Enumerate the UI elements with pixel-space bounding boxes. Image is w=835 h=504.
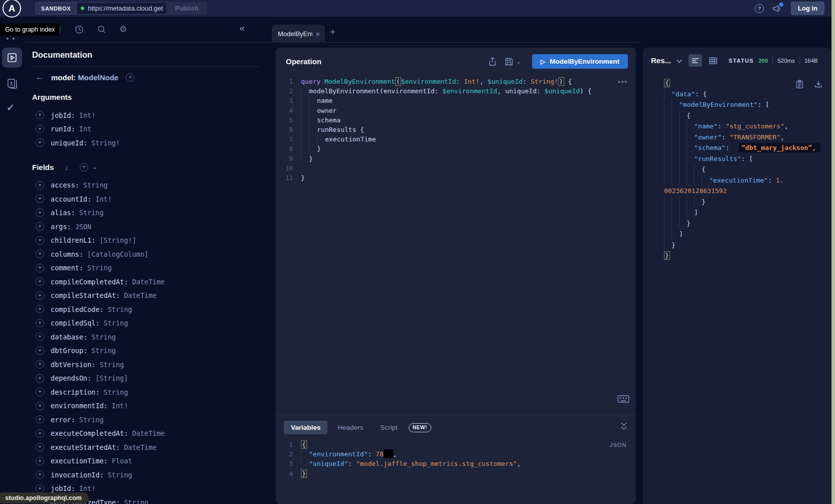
- add-field-icon[interactable]: +: [36, 388, 44, 396]
- doc-field-row[interactable]: +compiledCode:String: [32, 302, 259, 316]
- add-field-icon[interactable]: +: [36, 209, 44, 217]
- add-field-icon[interactable]: +: [36, 236, 44, 245]
- doc-field-row[interactable]: +compiledSql:String: [32, 316, 259, 330]
- operation-options-icon[interactable]: •••: [618, 78, 628, 85]
- doc-field-row[interactable]: +columns:[CatalogColumn]: [32, 247, 259, 261]
- run-operation-button[interactable]: ▷ ModelByEnvironment: [532, 54, 628, 69]
- code-line[interactable]: 3"uniqueId": "model.jaffle_shop_metrics.…: [276, 459, 636, 468]
- code-line[interactable]: 7executionTime: [276, 134, 636, 144]
- doc-field-row[interactable]: +dbtVersion:String: [32, 358, 259, 372]
- code-line[interactable]: 5schema: [276, 115, 636, 125]
- doc-field-row[interactable]: +dependsOn:[String]: [32, 372, 259, 386]
- add-field-icon[interactable]: +: [36, 250, 44, 258]
- code-line[interactable]: 11}: [276, 173, 636, 183]
- add-field-icon[interactable]: +: [36, 111, 44, 119]
- schema-nav-button[interactable]: [7, 78, 18, 91]
- copy-response-icon[interactable]: [796, 80, 803, 89]
- history-icon[interactable]: [74, 25, 84, 34]
- collapse-panel-icon[interactable]: «: [239, 23, 245, 34]
- doc-field-row[interactable]: +dbtGroup:String: [32, 344, 259, 358]
- code-line[interactable]: 1{: [276, 440, 636, 449]
- code-line[interactable]: 0023620128631592: [664, 186, 831, 197]
- code-line[interactable]: ]: [664, 207, 831, 218]
- settings-gear-icon[interactable]: ⚙: [119, 24, 127, 35]
- variables-editor[interactable]: 1{2"environmentId": 78,3"uniqueId": "mod…: [276, 440, 636, 478]
- endpoint-url[interactable]: https://metadata.cloud.get: [88, 5, 167, 12]
- add-field-icon[interactable]: +: [36, 125, 44, 133]
- doc-field-row[interactable]: +executeStartedAt:DateTime: [32, 440, 259, 454]
- add-field-icon[interactable]: +: [36, 360, 44, 369]
- code-line[interactable]: 6runResults {: [276, 125, 636, 134]
- explorer-nav-button[interactable]: [2, 48, 22, 68]
- login-button[interactable]: Log in: [791, 2, 824, 15]
- code-line[interactable]: 2modelByEnvironment(environmentId: $envi…: [276, 86, 636, 96]
- code-line[interactable]: 2"environmentId": 78,: [276, 449, 636, 459]
- add-field-icon[interactable]: +: [36, 181, 44, 190]
- code-line[interactable]: "name": "stg_customers",: [664, 121, 831, 132]
- add-field-icon[interactable]: +: [36, 415, 44, 424]
- doc-field-row[interactable]: +executionTime:Float: [32, 454, 259, 468]
- doc-field-row[interactable]: +childrenL1:[String!]: [32, 234, 259, 248]
- new-tab-button[interactable]: +: [330, 27, 336, 38]
- add-field-icon[interactable]: +: [36, 402, 44, 410]
- code-line[interactable]: 4}: [276, 469, 636, 478]
- checks-nav-button[interactable]: ✓: [7, 102, 15, 113]
- code-line[interactable]: 8}: [276, 144, 636, 153]
- download-response-icon[interactable]: [814, 80, 822, 88]
- code-line[interactable]: "runResults": [: [664, 153, 831, 164]
- sort-fields-icon[interactable]: ↓: [65, 163, 69, 172]
- operation-tab[interactable]: ModelByEnvi... ×: [272, 25, 325, 43]
- add-all-fields-icon[interactable]: +: [80, 163, 88, 172]
- add-field-icon[interactable]: +: [36, 484, 44, 493]
- code-line[interactable]: 3name: [276, 96, 636, 105]
- response-title[interactable]: Res...: [651, 56, 671, 65]
- add-type-icon[interactable]: +: [126, 73, 134, 82]
- code-line[interactable]: "executionTime": 1.: [664, 175, 831, 186]
- add-field-icon[interactable]: +: [36, 291, 44, 300]
- doc-field-row[interactable]: +compileCompletedAt:DateTime: [32, 275, 259, 289]
- save-icon[interactable]: [505, 57, 514, 66]
- add-field-icon[interactable]: +: [36, 222, 44, 231]
- add-field-icon[interactable]: +: [36, 138, 44, 147]
- save-dropdown-chevron-icon[interactable]: ⌄: [516, 58, 521, 65]
- doc-field-row[interactable]: +access:String: [32, 179, 259, 193]
- doc-field-row[interactable]: +compileStartedAt:DateTime: [32, 289, 259, 303]
- tab-script[interactable]: Script: [373, 421, 405, 434]
- add-field-icon[interactable]: +: [36, 319, 44, 327]
- keyboard-shortcuts-icon[interactable]: [617, 395, 629, 403]
- doc-field-row[interactable]: +accountId:Int!: [32, 192, 259, 206]
- help-icon[interactable]: ?: [755, 4, 764, 13]
- add-field-icon[interactable]: +: [36, 470, 44, 479]
- close-tab-icon[interactable]: ×: [315, 30, 320, 38]
- code-line[interactable]: 1query ModelByEnvironment($environmentId…: [276, 77, 636, 86]
- response-dropdown-chevron-icon[interactable]: [676, 59, 683, 63]
- add-field-icon[interactable]: +: [36, 429, 44, 438]
- code-line[interactable]: }: [664, 240, 831, 251]
- code-line[interactable]: 10: [276, 163, 636, 173]
- code-line[interactable]: 4owner: [276, 106, 636, 115]
- add-fields-chevron-icon[interactable]: ⌄: [92, 163, 97, 171]
- add-field-icon[interactable]: +: [36, 195, 44, 203]
- doc-field-row[interactable]: +executeCompletedAt:DateTime: [32, 427, 259, 441]
- collapse-variables-icon[interactable]: [620, 422, 628, 430]
- code-line[interactable]: 9}: [276, 154, 636, 163]
- doc-field-row[interactable]: +args:JSON: [32, 220, 259, 234]
- code-line[interactable]: "owner": "TRANSFORMER",: [664, 132, 831, 143]
- code-line[interactable]: ]: [664, 229, 831, 240]
- add-field-icon[interactable]: +: [36, 443, 44, 451]
- add-field-icon[interactable]: +: [36, 332, 44, 341]
- table-view-toggle[interactable]: [706, 54, 720, 67]
- code-line[interactable]: {: [664, 110, 831, 121]
- back-arrow-icon[interactable]: ←: [36, 73, 44, 82]
- add-field-icon[interactable]: +: [36, 374, 44, 383]
- doc-field-row[interactable]: +description:String: [32, 385, 259, 399]
- code-line[interactable]: "schema": “dbt_mary_jackson”,: [664, 142, 831, 153]
- add-field-icon[interactable]: +: [36, 457, 44, 465]
- doc-field-row[interactable]: +jobId:Int!: [32, 108, 259, 122]
- announcements-icon[interactable]: [772, 4, 782, 13]
- publish-button[interactable]: Publish: [166, 2, 207, 15]
- code-line[interactable]: "modelByEnvironment": [: [664, 99, 831, 110]
- doc-field-row[interactable]: +error:String: [32, 413, 259, 427]
- share-icon[interactable]: [488, 57, 496, 66]
- doc-field-row[interactable]: +database:String: [32, 330, 259, 344]
